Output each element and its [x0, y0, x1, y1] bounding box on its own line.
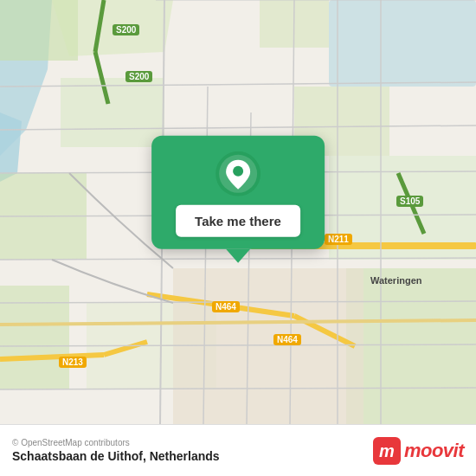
svg-rect-9: [0, 286, 69, 389]
svg-rect-3: [329, 0, 476, 87]
moovit-icon: m: [373, 437, 401, 465]
svg-rect-14: [173, 268, 363, 424]
moovit-logo: m moovit: [373, 437, 464, 465]
road-label-n464b: N464: [273, 334, 301, 345]
road-label-wateringen: Wateringen: [370, 275, 422, 286]
popup-overlay: Take me there: [151, 136, 325, 263]
road-label-n464a: N464: [212, 301, 240, 312]
copyright-text: © OpenStreetMap contributors: [12, 438, 220, 447]
road-label-s200a: S200: [113, 24, 139, 35]
svg-point-41: [233, 166, 243, 177]
road-label-n213: N213: [59, 357, 87, 368]
footer-left: © OpenStreetMap contributors Schaatsbaan…: [12, 438, 220, 463]
app-container: S200 S200 N211 N464 N464 N213 S105 Water…: [0, 0, 476, 476]
location-pin-icon: [215, 151, 261, 196]
popup-card: Take me there: [151, 136, 325, 249]
svg-text:m: m: [379, 441, 395, 460]
take-me-there-button[interactable]: Take me there: [176, 205, 300, 237]
map-area: S200 S200 N211 N464 N464 N213 S105 Water…: [0, 0, 476, 424]
road-label-s200b: S200: [125, 71, 152, 82]
popup-arrow: [226, 249, 250, 263]
road-label-s105: S105: [396, 196, 423, 207]
location-name: Schaatsbaan de Uithof, Netherlands: [12, 449, 220, 463]
footer-bar: © OpenStreetMap contributors Schaatsbaan…: [0, 424, 476, 476]
svg-rect-13: [346, 268, 476, 424]
svg-rect-7: [61, 78, 164, 147]
road-label-n211: N211: [325, 234, 352, 245]
moovit-text: moovit: [404, 440, 464, 462]
